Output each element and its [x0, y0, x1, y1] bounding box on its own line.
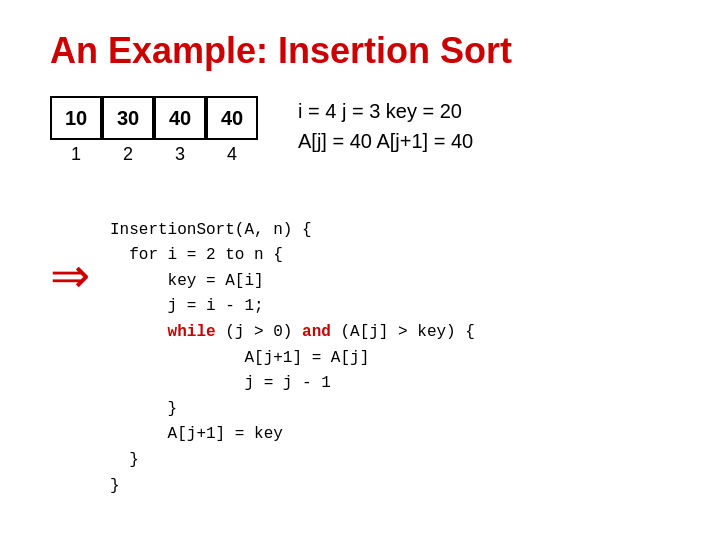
code-line-4: while (j > 0) and (A[j] > key) {: [110, 323, 475, 341]
cell-0: 10: [50, 96, 102, 140]
array-container: 10 30 40 40 1 2 3 4: [50, 96, 258, 168]
code-line-0: InsertionSort(A, n) {: [110, 221, 312, 239]
cell-1: 30: [102, 96, 154, 140]
code-line-3: j = i - 1;: [110, 297, 264, 315]
code-line-6: j = j - 1: [110, 374, 331, 392]
code-line-5: A[j+1] = A[j]: [110, 349, 369, 367]
slide: An Example: Insertion Sort 10 30 40 40 1…: [0, 0, 720, 540]
index-0: 1: [50, 140, 102, 168]
index-3: 4: [206, 140, 258, 168]
info-box: i = 4 j = 3 key = 20 A[j] = 40 A[j+1] = …: [298, 96, 473, 156]
content-area: 10 30 40 40 1 2 3 4 i = 4 j = 3 key = 20…: [50, 96, 670, 525]
current-line-arrow: ⇒: [50, 252, 90, 300]
index-1: 2: [102, 140, 154, 168]
page-title: An Example: Insertion Sort: [50, 30, 670, 72]
and-keyword: and: [302, 323, 331, 341]
info-line1: i = 4 j = 3 key = 20: [298, 96, 473, 126]
cell-3: 40: [206, 96, 258, 140]
arrow-container: ⇒: [50, 252, 90, 300]
index-2: 3: [154, 140, 206, 168]
code-line-9: }: [110, 451, 139, 469]
code-block: InsertionSort(A, n) { for i = 2 to n { k…: [110, 192, 475, 525]
array-cells: 10 30 40 40: [50, 96, 258, 140]
code-line-2: key = A[i]: [110, 272, 264, 290]
code-line-7: }: [110, 400, 177, 418]
code-line-1: for i = 2 to n {: [110, 246, 283, 264]
code-line-10: }: [110, 477, 120, 495]
top-row: 10 30 40 40 1 2 3 4 i = 4 j = 3 key = 20…: [50, 96, 670, 168]
code-line-8: A[j+1] = key: [110, 425, 283, 443]
code-area: ⇒ InsertionSort(A, n) { for i = 2 to n {…: [50, 192, 670, 525]
array-indices: 1 2 3 4: [50, 140, 258, 168]
cell-2: 40: [154, 96, 206, 140]
info-line2: A[j] = 40 A[j+1] = 40: [298, 126, 473, 156]
while-keyword: while: [168, 323, 216, 341]
